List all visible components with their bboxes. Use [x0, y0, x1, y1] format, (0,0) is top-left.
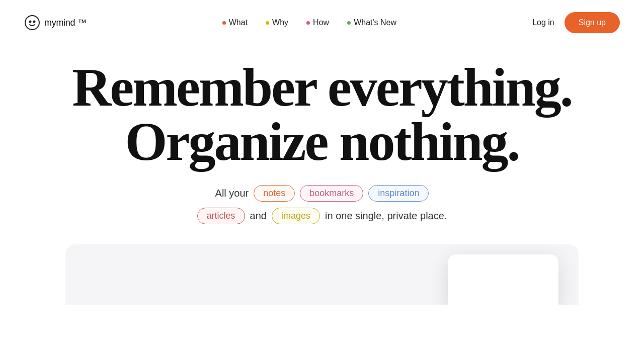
tag-images: images — [272, 208, 320, 224]
logo-text: mymind ™ — [44, 18, 87, 28]
login-button[interactable]: Log in — [532, 18, 554, 27]
svg-point-2 — [33, 21, 36, 23]
nav-dot-whats-new — [347, 21, 351, 25]
nav-item-how[interactable]: How — [306, 18, 329, 27]
bottom-preview — [65, 244, 579, 305]
logo-icon — [24, 15, 40, 31]
hero-section: Remember everything. Organize nothing. A… — [0, 45, 644, 234]
tags-row-1: All your notes bookmarks inspiration — [215, 185, 429, 202]
nav-item-what[interactable]: What — [222, 18, 248, 27]
svg-point-1 — [29, 21, 32, 23]
nav-dot-why — [266, 21, 269, 25]
tag-inspiration: inspiration — [368, 185, 429, 202]
subtitle-prefix: All your — [215, 188, 249, 199]
nav-item-whats-new[interactable]: What's New — [347, 18, 396, 27]
between-text: and — [250, 210, 267, 222]
tag-notes: notes — [254, 185, 295, 202]
signup-button[interactable]: Sign up — [565, 12, 620, 33]
tag-articles: articles — [197, 208, 245, 224]
navbar: mymind ™ What Why How What's New — [0, 0, 644, 45]
tag-bookmarks: bookmarks — [300, 185, 363, 202]
logo[interactable]: mymind ™ — [24, 15, 87, 31]
nav-actions: Log in Sign up — [532, 12, 620, 33]
hero-title: Remember everything. Organize nothing. — [72, 60, 572, 169]
nav-item-why[interactable]: Why — [266, 18, 288, 27]
preview-card — [448, 254, 558, 305]
nav-links: What Why How What's New — [222, 18, 396, 27]
nav-dot-what — [222, 21, 226, 25]
nav-dot-how — [306, 21, 310, 25]
subtitle-suffix: in one single, private place. — [325, 210, 447, 222]
hero-subtitle: All your notes bookmarks inspiration art… — [197, 185, 447, 224]
tags-row-2: articles and images in one single, priva… — [197, 208, 447, 224]
svg-point-0 — [25, 16, 39, 30]
